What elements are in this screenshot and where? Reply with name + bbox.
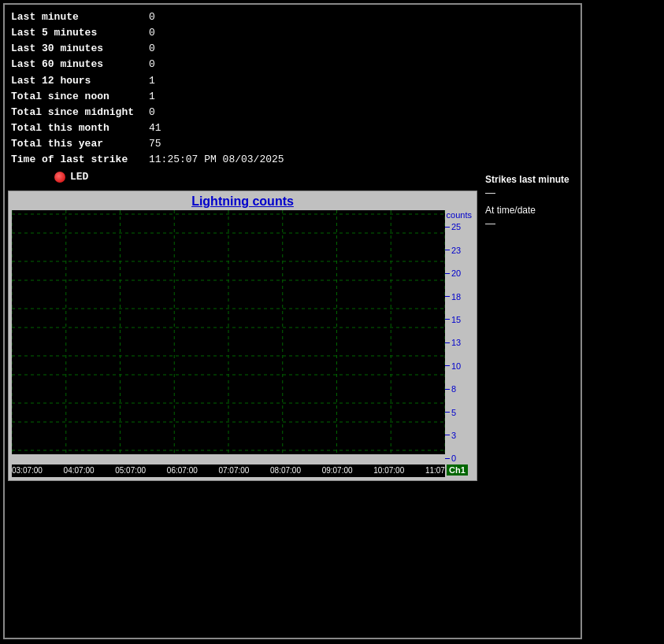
stat-label: Last 12 hours — [11, 73, 149, 89]
main-panel: Last minute0Last 5 minutes0Last 30 minut… — [3, 3, 582, 639]
y-tick-mark — [445, 435, 450, 435]
y-tick: 13 — [445, 338, 461, 347]
x-label: 07:07:00 — [218, 466, 249, 476]
x-label: 05:07:00 — [115, 466, 146, 476]
y-tick-mark — [445, 296, 450, 297]
chart-canvas — [12, 210, 445, 454]
stat-label: Last 30 minutes — [11, 41, 149, 57]
led-label: LED — [70, 171, 88, 183]
x-label: 08:07:00 — [270, 466, 301, 476]
y-tick-mark — [445, 458, 450, 459]
stat-value: 1 — [149, 89, 155, 105]
stat-value: 75 — [149, 136, 161, 152]
y-tick-value: 15 — [451, 315, 461, 324]
at-label: At time/date — [485, 205, 580, 216]
y-tick: 23 — [445, 246, 461, 255]
y-tick-value: 5 — [451, 408, 456, 417]
stat-row: Total this month41 — [11, 120, 574, 136]
y-tick-mark — [445, 227, 450, 228]
y-tick-value: 13 — [451, 338, 461, 347]
y-tick-value: 23 — [451, 246, 461, 255]
y-tick: 3 — [445, 431, 456, 440]
y-tick-mark — [445, 412, 450, 413]
stat-value: 0 — [149, 25, 155, 41]
stat-value: 0 — [149, 9, 155, 25]
stat-label: Total since noon — [11, 89, 149, 105]
y-tick-mark — [445, 389, 450, 390]
y-tick-mark — [445, 365, 450, 366]
y-tick-value: 8 — [451, 384, 456, 394]
ch1-badge: Ch1 — [447, 464, 468, 476]
stat-row: Last 30 minutes0 — [11, 41, 574, 57]
y-tick: 0 — [445, 453, 456, 463]
stat-label: Last 60 minutes — [11, 57, 149, 72]
x-label: 10:07:00 — [373, 466, 404, 476]
y-tick-value: 25 — [451, 222, 461, 231]
x-label: 06:07:00 — [167, 466, 198, 476]
x-label: 11:07 — [425, 466, 445, 476]
y-tick: 5 — [445, 408, 456, 417]
y-tick: 8 — [445, 384, 456, 394]
x-label: 09:07:00 — [322, 466, 353, 476]
y-tick: 10 — [445, 361, 461, 371]
strikes-dash: — — [485, 187, 580, 198]
stat-label: Last minute — [11, 9, 149, 25]
stat-value: 0 — [149, 57, 155, 72]
x-label: 03:07:00 — [12, 466, 43, 476]
y-tick-mark — [445, 250, 450, 250]
counts-label: counts — [445, 210, 473, 220]
stat-label: Total this year — [11, 136, 149, 152]
stat-value: 41 — [149, 120, 161, 136]
stat-value: 1 — [149, 73, 155, 89]
stat-row: Last minute0 — [11, 9, 574, 25]
stat-label: Total this month — [11, 120, 149, 136]
x-label: 04:07:00 — [64, 466, 95, 476]
stats-section: Last minute0Last 5 minutes0Last 30 minut… — [5, 5, 581, 187]
y-tick-mark — [445, 342, 450, 343]
y-tick-value: 10 — [451, 361, 461, 371]
y-tick-mark — [445, 273, 450, 274]
y-tick: 18 — [445, 292, 461, 302]
y-tick: 15 — [445, 315, 461, 324]
x-axis: 03:07:0004:07:0005:07:0006:07:0007:07:00… — [12, 464, 445, 477]
at-dash: — — [485, 217, 580, 229]
stat-value: 0 — [149, 105, 155, 120]
stat-row: Total since noon1 — [11, 89, 574, 105]
chart-title: Lightning counts — [12, 194, 473, 209]
y-tick-value: 3 — [451, 431, 456, 440]
chart-panel: Lightning counts counts 2523201815131085… — [8, 191, 477, 481]
stat-label: Last 5 minutes — [11, 25, 149, 41]
y-tick-mark — [445, 319, 450, 320]
stat-label: Total since midnight — [11, 105, 149, 120]
y-tick: 25 — [445, 222, 461, 231]
stat-row: Time of last strike11:25:07 PM 08/03/202… — [11, 152, 574, 168]
stat-label: Time of last strike — [11, 152, 149, 168]
stat-row: Last 5 minutes0 — [11, 25, 574, 41]
y-tick: 20 — [445, 268, 461, 278]
right-panel: Strikes last minute — At time/date — — [485, 174, 580, 231]
y-tick-value: 20 — [451, 268, 461, 278]
stat-row: Last 12 hours1 — [11, 73, 574, 89]
stat-value: 0 — [149, 41, 155, 57]
y-tick-value: 18 — [451, 292, 461, 302]
led-indicator — [54, 172, 65, 183]
stat-row: Total this year75 — [11, 136, 574, 152]
stat-row: Last 60 minutes0 — [11, 57, 574, 72]
stat-row: Total since midnight0 — [11, 105, 574, 120]
stat-value: 11:25:07 PM 08/03/2025 — [149, 152, 284, 168]
strikes-label: Strikes last minute — [485, 174, 580, 185]
y-tick-value: 0 — [451, 453, 456, 463]
